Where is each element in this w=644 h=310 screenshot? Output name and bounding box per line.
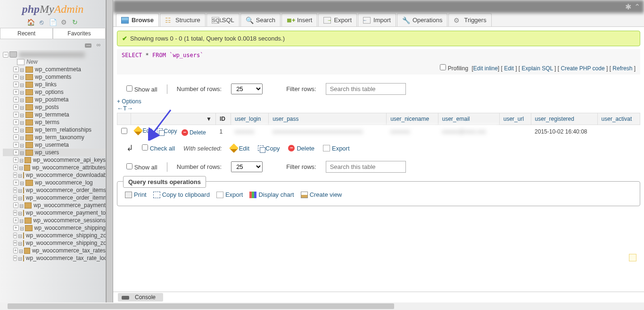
plus-icon[interactable]: +: [13, 119, 19, 125]
link-icon[interactable]: ∞: [95, 43, 102, 47]
show-all-checkbox-2[interactable]: [126, 163, 132, 169]
tree-table-item[interactable]: +⊟wp_woocommerce_api_keys: [3, 156, 106, 164]
plus-icon[interactable]: +: [13, 165, 18, 170]
refresh-link[interactable]: Refresh: [612, 65, 632, 72]
plus-icon[interactable]: +: [13, 218, 18, 223]
tree-table-item[interactable]: +⊟wp_postmeta: [3, 96, 106, 103]
tab-triggers[interactable]: ⚙Triggers: [448, 13, 491, 26]
bulk-edit-button[interactable]: Edit: [231, 145, 249, 152]
show-all-label[interactable]: Show all: [126, 85, 157, 93]
plus-icon[interactable]: +: [13, 210, 17, 216]
plus-icon[interactable]: +: [13, 112, 19, 117]
expand-icon[interactable]: ⌃: [634, 2, 640, 11]
tree-table-item[interactable]: +⊟wp_terms: [3, 118, 106, 126]
col-user-pass[interactable]: user_pass: [269, 113, 387, 125]
plus-icon[interactable]: +: [13, 104, 19, 110]
tree-table-item[interactable]: +⊟wp_woocommerce_downloadable: [3, 171, 106, 179]
console-bar[interactable]: Console: [113, 292, 644, 302]
tree-table-item[interactable]: +⊟wp_options: [3, 88, 106, 96]
bulk-delete-button[interactable]: −Delete: [288, 145, 314, 152]
bulk-export-button[interactable]: Export: [323, 145, 350, 152]
plus-icon[interactable]: +: [13, 67, 19, 72]
reload-icon[interactable]: ↻: [71, 18, 79, 26]
check-all-checkbox[interactable]: [142, 144, 148, 151]
tab-sql[interactable]: SQLSQL: [206, 13, 239, 26]
cell-user-activation[interactable]: [597, 125, 640, 139]
tree-table-item[interactable]: +⊟wp_links: [3, 81, 106, 88]
tree-table-item[interactable]: +⊟wp_woocommerce_shipping_zones: [3, 239, 106, 247]
tab-favorites[interactable]: Favorites: [53, 28, 106, 39]
plus-icon[interactable]: +: [13, 74, 19, 80]
explain-link[interactable]: Explain SQL: [522, 65, 553, 72]
settings-icon[interactable]: ✱: [625, 2, 631, 11]
tree-table-item[interactable]: +⊟wp_woocommerce_log: [3, 179, 106, 186]
show-all-checkbox[interactable]: [126, 85, 132, 92]
tree-table-item[interactable]: +⊟wp_termmeta: [3, 111, 106, 118]
sort-arrows[interactable]: ←T→: [117, 104, 133, 113]
tree-table-item[interactable]: +⊟wp_woocommerce_sessions: [3, 217, 106, 224]
nav-settings-icon[interactable]: ⚙: [60, 18, 68, 26]
tree-table-item[interactable]: +⊟wp_term_taxonomy: [3, 134, 106, 141]
cell-user-registered[interactable]: 2015-10-02 16:40:08: [531, 125, 597, 139]
plus-icon[interactable]: +: [13, 180, 19, 185]
filter-input[interactable]: [326, 83, 406, 95]
filter-input-2[interactable]: [326, 161, 406, 173]
tree-table-item[interactable]: +⊟wp_woocommerce_attributes: [3, 164, 106, 171]
plus-icon[interactable]: +: [13, 195, 17, 201]
tree-table-item[interactable]: +⊟wp_posts: [3, 103, 106, 111]
row-checkbox[interactable]: [121, 128, 127, 134]
create-php-link[interactable]: Create PHP code: [561, 65, 604, 72]
plus-icon[interactable]: +: [13, 240, 17, 246]
tree-table-item[interactable]: +⊟wp_woocommerce_order_itemmeta: [3, 194, 106, 201]
copy-clipboard-button[interactable]: Copy to clipboard: [153, 191, 210, 198]
tree-table-item[interactable]: +⊟wp_comments: [3, 73, 106, 81]
check-all-label[interactable]: Check all: [142, 144, 175, 152]
tree-new-table[interactable]: New: [3, 58, 106, 66]
tree-table-item[interactable]: +⊟wp_woocommerce_payment: [3, 201, 106, 209]
tree-table-item[interactable]: +⊟wp_woocommerce_order_items: [3, 186, 106, 194]
tab-export[interactable]: Export: [318, 13, 357, 26]
tree-table-item[interactable]: +⊟wp_woocommerce_shipping: [3, 224, 106, 232]
logout-icon[interactable]: ⎋: [38, 18, 45, 26]
tree-table-item[interactable]: +⊟wp_woocommerce_tax_rates: [3, 247, 106, 254]
col-user-url[interactable]: user_url: [499, 113, 531, 125]
edit-inline-link[interactable]: Edit inline: [473, 65, 498, 72]
col-user-activation[interactable]: user_activat: [597, 113, 640, 125]
print-button[interactable]: Print: [125, 191, 147, 198]
tree-table-item[interactable]: +⊟wp_users: [3, 149, 106, 156]
tab-structure[interactable]: ☷Structure: [160, 13, 206, 26]
home-icon[interactable]: 🏠: [27, 18, 34, 26]
plus-icon[interactable]: +: [13, 225, 19, 231]
minus-icon[interactable]: −: [3, 52, 8, 58]
plus-icon[interactable]: +: [13, 134, 19, 140]
edit-link[interactable]: Edit: [504, 65, 514, 72]
row-copy-button[interactable]: Copy: [157, 128, 177, 134]
cell-user-url[interactable]: [499, 125, 531, 139]
plus-icon[interactable]: +: [13, 150, 19, 155]
num-rows-select[interactable]: 25: [231, 84, 263, 94]
row-edit-button[interactable]: Edit: [135, 127, 153, 134]
tab-insert[interactable]: ≣+Insert: [281, 13, 318, 26]
plus-icon[interactable]: +: [13, 187, 17, 193]
cell-user-nicename[interactable]: xxxxxxx: [387, 125, 438, 139]
scrollbar-thumb[interactable]: [8, 303, 394, 309]
docs-icon[interactable]: 📄: [49, 18, 57, 26]
export-button[interactable]: Export: [216, 191, 243, 198]
plus-icon[interactable]: +: [13, 127, 19, 133]
plus-icon[interactable]: +: [13, 248, 18, 253]
collapse-icon[interactable]: —: [85, 43, 91, 48]
tab-browse[interactable]: Browse: [116, 13, 159, 26]
tree-table-item[interactable]: +⊟wp_usermeta: [3, 141, 106, 149]
cell-user-email[interactable]: xxxxxx@xxxx.xxx: [438, 125, 499, 139]
tree-table-item[interactable]: +⊟wp_woocommerce_payment_tokens: [3, 209, 106, 217]
col-user-registered[interactable]: user_registered: [531, 113, 597, 125]
tab-search[interactable]: 🔍Search: [240, 13, 281, 26]
create-view-button[interactable]: Create view: [301, 191, 342, 198]
tree-table-item[interactable]: +⊟wp_term_relationships: [3, 126, 106, 134]
plus-icon[interactable]: +: [13, 202, 18, 208]
tree-table-item[interactable]: +⊟wp_commentmeta: [3, 66, 106, 73]
tree-db-header[interactable]: −: [3, 51, 106, 58]
plus-icon[interactable]: +: [13, 97, 19, 102]
tab-import[interactable]: Import: [358, 13, 396, 26]
plus-icon[interactable]: +: [13, 255, 17, 261]
